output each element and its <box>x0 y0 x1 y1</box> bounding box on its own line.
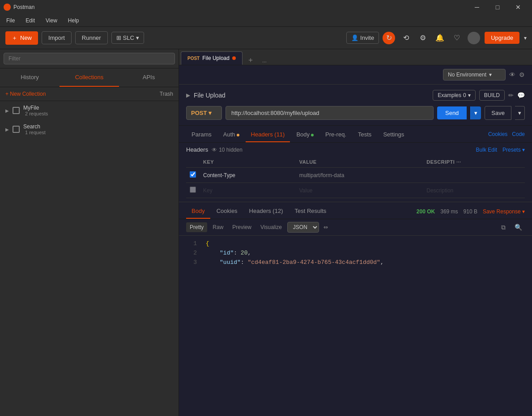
build-button[interactable]: BUILD <box>479 90 505 101</box>
env-eye-button[interactable]: 👁 <box>509 71 515 78</box>
row-checkbox[interactable] <box>190 187 196 193</box>
tab-settings[interactable]: Settings <box>378 127 409 142</box>
sidebar-tab-collections[interactable]: Collections <box>60 68 119 87</box>
edit-icon-button[interactable]: ✏ <box>508 92 514 99</box>
heart-icon[interactable]: ♡ <box>451 32 463 44</box>
res-tab-headers[interactable]: Headers (12) <box>244 204 289 219</box>
url-input[interactable] <box>226 106 434 120</box>
pretty-button[interactable]: Pretty <box>186 222 207 232</box>
send-arrow-button[interactable]: ▾ <box>470 106 481 119</box>
close-button[interactable]: ✕ <box>508 0 528 14</box>
search-button[interactable]: 🔍 <box>512 223 525 232</box>
line-number: 2 <box>186 249 197 258</box>
method-selector[interactable]: POST ▾ <box>186 106 222 120</box>
bulk-edit-button[interactable]: Bulk Edit <box>476 147 497 153</box>
new-collection-button[interactable]: + New Collection <box>5 91 46 97</box>
res-tab-test-results[interactable]: Test Results <box>289 204 332 219</box>
save-response-label: Save Response <box>483 208 521 215</box>
notifications-icon[interactable]: 🔔 <box>434 32 446 44</box>
upgrade-button[interactable]: Upgrade <box>485 32 519 44</box>
header-desc-placeholder[interactable]: Description <box>423 183 525 198</box>
env-settings-button[interactable]: ⚙ <box>519 71 525 78</box>
app-logo <box>4 4 11 11</box>
header-key[interactable]: Content-Type <box>200 168 296 183</box>
header-value[interactable]: multipart/form-data <box>296 168 423 183</box>
hidden-count: 10 hidden <box>219 147 243 153</box>
history-icon[interactable]: ⟲ <box>400 32 412 44</box>
raw-button[interactable]: Raw <box>209 222 227 232</box>
save-arrow-button[interactable]: ▾ <box>515 106 525 120</box>
tab-tests[interactable]: Tests <box>353 127 377 142</box>
header-desc[interactable] <box>423 168 525 183</box>
col-value: VALUE <box>296 157 423 168</box>
tab-auth[interactable]: Auth <box>218 127 245 142</box>
headers-table: KEY VALUE DESCRIPTI ··· Content-Type mul… <box>186 157 525 198</box>
wrap-icon[interactable]: ⇔ <box>323 224 328 230</box>
send-button[interactable]: Send <box>437 106 467 119</box>
tab-body[interactable]: Body <box>291 127 319 142</box>
plus-icon: ＋ <box>12 34 17 42</box>
res-tab-cookies[interactable]: Cookies <box>211 204 243 219</box>
list-item[interactable]: ▶ Search 1 request <box>0 120 179 139</box>
import-button[interactable]: Import <box>42 31 72 44</box>
environment-selector[interactable]: No Environment ▾ <box>443 69 506 81</box>
menu-edit[interactable]: Edit <box>23 17 38 25</box>
tab-headers[interactable]: Headers (11) <box>246 127 290 142</box>
menu-view[interactable]: View <box>43 17 60 25</box>
format-selector[interactable]: JSON XML HTML <box>287 222 319 233</box>
sync-icon[interactable]: ↻ <box>383 32 395 44</box>
chevron-right-icon: ▶ <box>5 127 9 132</box>
preview-button[interactable]: Preview <box>229 222 255 232</box>
runner-button[interactable]: Runner <box>75 31 108 44</box>
minimize-button[interactable]: ─ <box>467 0 487 14</box>
header-value-placeholder[interactable]: Value <box>296 183 423 198</box>
examples-button[interactable]: Examples 0 ▾ <box>433 90 475 101</box>
grid-icon: ⊞ <box>116 34 121 41</box>
headers-section: Headers 👁 10 hidden Bulk Edit Presets ▾ <box>179 143 532 202</box>
save-response-button[interactable]: Save Response ▾ <box>483 208 525 215</box>
expand-arrow-icon[interactable]: ▶ <box>186 92 190 98</box>
headers-actions: Bulk Edit Presets ▾ <box>476 147 525 153</box>
menu-file[interactable]: File <box>4 17 17 25</box>
response-code-view: 1 { 2 "id": 20, 3 "uuid": "cd4eaf81-2ba9… <box>179 236 532 416</box>
maximize-button[interactable]: □ <box>487 0 508 14</box>
url-bar: POST ▾ Send ▾ Save ▾ <box>186 106 525 120</box>
comment-icon-button[interactable]: 💬 <box>517 92 525 99</box>
res-tab-body[interactable]: Body <box>186 204 210 219</box>
code-link[interactable]: Code <box>508 127 525 142</box>
request-tabs-bar: POST File Upload ＋ ··· <box>179 49 532 65</box>
sidebar-tab-history[interactable]: History <box>0 68 60 87</box>
cookies-link[interactable]: Cookies <box>488 127 507 142</box>
save-button[interactable]: Save <box>485 106 511 120</box>
hidden-headers-toggle[interactable]: 👁 10 hidden <box>212 147 243 153</box>
titlebar-left: Postman <box>4 4 34 11</box>
presets-button[interactable]: Presets ▾ <box>502 147 525 153</box>
request-tab-active[interactable]: POST File Upload <box>181 51 243 65</box>
visualize-button[interactable]: Visualize <box>257 222 285 232</box>
row-checkbox[interactable] <box>190 171 196 178</box>
new-button[interactable]: ＋ New <box>5 31 38 45</box>
request-title-right: Examples 0 ▾ BUILD ✏ 💬 <box>433 90 525 101</box>
tab-params[interactable]: Params <box>186 127 217 142</box>
menu-help[interactable]: Help <box>65 17 82 25</box>
examples-count: 0 <box>463 92 466 98</box>
collection-name: MyFile 2 requests <box>23 105 48 116</box>
settings-icon[interactable]: ⚙ <box>417 32 429 44</box>
list-item[interactable]: ▶ MyFile 2 requests <box>0 101 179 120</box>
header-key-placeholder[interactable]: Key <box>200 183 296 198</box>
copy-button[interactable]: ⧉ <box>498 223 508 232</box>
sidebar-tab-apis[interactable]: APIs <box>119 68 179 87</box>
more-tabs-button[interactable]: ··· <box>259 59 270 65</box>
avatar[interactable] <box>468 32 480 44</box>
unsaved-dot <box>232 56 236 60</box>
invite-button[interactable]: 👤 Invite <box>346 32 379 44</box>
search-input[interactable] <box>4 53 175 64</box>
tab-prereq[interactable]: Pre-req. <box>320 127 352 142</box>
col-description: DESCRIPTI ··· <box>423 157 525 168</box>
trash-button[interactable]: Trash <box>160 91 173 97</box>
workspace-selector[interactable]: ⊞ SLC ▾ <box>111 32 144 44</box>
sidebar-content: ▶ MyFile 2 requests ▶ Search 1 request <box>0 101 179 416</box>
new-label: New <box>20 34 32 41</box>
person-icon: 👤 <box>351 34 358 41</box>
add-tab-button[interactable]: ＋ <box>243 55 258 65</box>
